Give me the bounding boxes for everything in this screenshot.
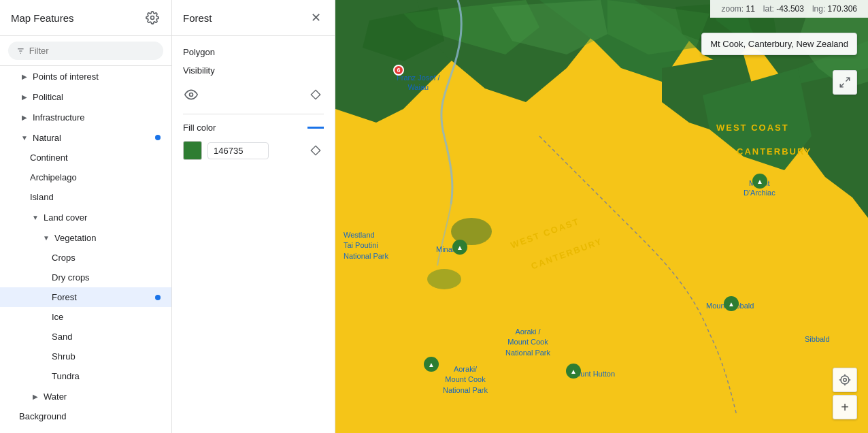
- chevron-right-icon: ▶: [19, 112, 30, 123]
- color-diamond-icon[interactable]: [307, 142, 324, 159]
- filter-icon: [16, 46, 25, 56]
- chevron-right-icon: ▶: [19, 71, 30, 82]
- middle-panel: Forest ✕ Polygon Visibility Fill color: [172, 0, 335, 433]
- sidebar-item-vegetation[interactable]: ▼ Vegetation: [0, 227, 171, 248]
- park-marker: [452, 240, 467, 255]
- polygon-section: Polygon Visibility Fill color: [172, 36, 335, 171]
- sidebar-item-label: Vegetation: [54, 233, 161, 243]
- sidebar-item-label: Island: [30, 192, 161, 202]
- middle-panel-header: Forest ✕: [172, 0, 335, 36]
- location-text: Mt Cook, Canterbury, New Zealand: [710, 39, 848, 49]
- park-marker: [724, 296, 739, 311]
- chevron-down-icon: ▼: [19, 132, 30, 143]
- sidebar-item-label: Natural: [33, 133, 155, 143]
- sidebar-item-label: Water: [44, 391, 161, 402]
- sidebar-item-political[interactable]: ▶ Political: [0, 86, 171, 107]
- sidebar-item-shrub[interactable]: Shrub: [0, 347, 171, 366]
- sidebar-item-points-of-interest[interactable]: ▶ Points of interest: [0, 66, 171, 86]
- diamond-icon[interactable]: [307, 86, 324, 103]
- svg-marker-6: [311, 146, 320, 155]
- sidebar-item-label: Infrastructure: [33, 112, 161, 123]
- sidebar-item-label: Sand: [52, 332, 161, 342]
- lat-label: lat: -43.503: [763, 4, 804, 14]
- chevron-right-icon: ▶: [19, 91, 30, 102]
- left-panel-title: Map Features: [11, 12, 74, 24]
- chevron-right-icon: ▶: [30, 391, 41, 402]
- location-button[interactable]: [833, 368, 857, 392]
- sidebar-item-ice[interactable]: Ice: [0, 307, 171, 327]
- chevron-down-icon: ▼: [41, 232, 52, 243]
- middle-panel-title: Forest: [183, 12, 212, 24]
- sidebar-item-label: Tundra: [52, 371, 161, 381]
- sidebar-item-label: Political: [33, 92, 161, 102]
- active-dot: [155, 295, 161, 300]
- sidebar-item-land-cover[interactable]: ▼ Land cover: [0, 207, 171, 227]
- close-button[interactable]: ✕: [307, 10, 324, 26]
- settings-icon[interactable]: [144, 10, 161, 26]
- sidebar-item-archipelago[interactable]: Archipelago: [0, 167, 171, 187]
- filter-input-wrap: [8, 42, 163, 60]
- visibility-label: Visibility: [183, 65, 215, 76]
- park-marker: [752, 174, 767, 189]
- zoom-label: zoom: 11: [721, 4, 754, 14]
- svg-line-27: [840, 84, 844, 87]
- sidebar-item-label: Archipelago: [30, 172, 161, 182]
- svg-point-25: [427, 269, 461, 289]
- location-tooltip: Mt Cook, Canterbury, New Zealand: [701, 33, 857, 55]
- svg-point-4: [190, 93, 193, 97]
- svg-point-0: [151, 16, 154, 20]
- fill-color-label: Fill color: [183, 123, 216, 133]
- filter-row: [0, 36, 171, 66]
- sidebar-item-label: Land cover: [44, 212, 161, 223]
- svg-point-29: [841, 376, 849, 384]
- active-dot: [155, 135, 161, 140]
- fullscreen-button[interactable]: [833, 70, 857, 95]
- sidebar-item-label: Ice: [52, 312, 161, 322]
- sidebar-item-background[interactable]: Background: [0, 406, 171, 426]
- svg-line-26: [846, 78, 850, 81]
- number-pin: 6: [393, 65, 404, 76]
- sidebar-item-label: Continent: [30, 153, 161, 163]
- sidebar-item-label: Points of interest: [33, 71, 161, 82]
- sidebar-item-continent[interactable]: Continent: [0, 148, 171, 167]
- left-panel-header: Map Features: [0, 0, 171, 36]
- polygon-label: Polygon: [183, 47, 324, 57]
- park-marker: [566, 364, 581, 379]
- sidebar-item-natural[interactable]: ▼ Natural: [0, 127, 171, 148]
- sidebar-item-label: Forest: [52, 292, 155, 302]
- sidebar-item-tundra[interactable]: Tundra: [0, 366, 171, 386]
- map-svg: [335, 0, 868, 433]
- sidebar-item-label: Shrub: [52, 351, 161, 362]
- sidebar-item-dry-crops[interactable]: Dry crops: [0, 268, 171, 287]
- sidebar-item-label: Dry crops: [52, 272, 161, 283]
- map-area[interactable]: zoom: 11 lat: -43.503 lng: 170.306: [335, 0, 868, 433]
- color-input-row: [183, 141, 324, 160]
- filter-input[interactable]: [29, 46, 155, 56]
- sidebar-item-island[interactable]: Island: [0, 187, 171, 207]
- sidebar-item-sand[interactable]: Sand: [0, 327, 171, 347]
- lng-label: lng: 170.306: [812, 4, 857, 14]
- fill-color-row: Fill color: [183, 123, 324, 133]
- sidebar-item-water[interactable]: ▶ Water: [0, 386, 171, 406]
- sidebar-item-label: Background: [19, 411, 161, 421]
- eye-icon[interactable]: [183, 86, 199, 103]
- chevron-down-icon: ▼: [30, 212, 41, 223]
- park-marker: [424, 357, 439, 372]
- sidebar-item-crops[interactable]: Crops: [0, 248, 171, 268]
- visibility-row: Visibility: [183, 65, 324, 76]
- left-panel: Map Features ▶ Points of interest ▶ Poli…: [0, 0, 172, 433]
- map-header: zoom: 11 lat: -43.503 lng: 170.306: [710, 0, 868, 18]
- sidebar-item-label: Crops: [52, 253, 161, 263]
- zoom-in-button[interactable]: +: [833, 395, 857, 419]
- svg-point-28: [844, 379, 847, 382]
- color-swatch[interactable]: [183, 141, 202, 160]
- fill-color-line: [307, 127, 324, 129]
- color-hex-input[interactable]: [207, 142, 269, 159]
- sidebar-item-forest[interactable]: Forest: [0, 287, 171, 307]
- map-controls: +: [833, 368, 857, 419]
- sidebar-item-infrastructure[interactable]: ▶ Infrastructure: [0, 107, 171, 127]
- svg-marker-5: [311, 90, 320, 99]
